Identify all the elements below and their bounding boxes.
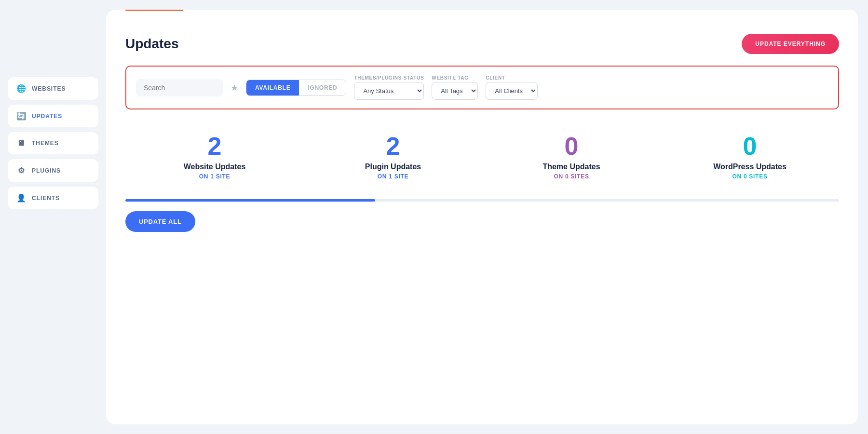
ignored-button[interactable]: IGNORED xyxy=(299,80,346,95)
globe-icon: 🌐 xyxy=(16,84,26,93)
progress-bar-container xyxy=(125,199,839,202)
sidebar-item-updates[interactable]: 🔄 UPDATES xyxy=(8,105,98,127)
status-filter-group: THEMES/PLUGINS STATUS Any Status Up to D… xyxy=(354,75,424,100)
client-filter-label: CLIENT xyxy=(486,75,538,81)
status-select[interactable]: Any Status Up to Date Needs Update xyxy=(354,82,424,100)
available-ignored-toggle: AVAILABLE IGNORED xyxy=(246,80,346,96)
sidebar-item-label: WEBSITES xyxy=(32,85,66,92)
plugin-updates-label: Plugin Updates xyxy=(313,163,473,171)
sidebar-item-themes[interactable]: 🖥 THEMES xyxy=(8,132,98,154)
theme-updates-sublabel: ON 0 SITES xyxy=(492,173,651,180)
client-select[interactable]: All Clients Client 1 Client 2 xyxy=(486,82,538,100)
update-all-button[interactable]: UPDATE ALL xyxy=(125,211,195,232)
website-updates-number: 2 xyxy=(135,134,294,159)
plugin-updates-stat: 2 Plugin Updates ON 1 SITE xyxy=(304,129,482,185)
main-content: Updates UPDATE EVERYTHING ★ AVAILABLE IG… xyxy=(106,10,858,424)
sidebar-item-clients[interactable]: 👤 CLIENTS xyxy=(8,187,98,209)
update-everything-button[interactable]: UPDATE EVERYTHING xyxy=(742,34,839,54)
clients-icon: 👤 xyxy=(16,193,26,203)
plugin-updates-sublabel: ON 1 SITE xyxy=(313,173,473,180)
sidebar: 🌐 WEBSITES 🔄 UPDATES 🖥 THEMES ⚙ PLUGINS … xyxy=(0,0,106,434)
themes-icon: 🖥 xyxy=(16,139,26,148)
page-header: Updates UPDATE EVERYTHING xyxy=(125,34,839,54)
progress-bar-fill xyxy=(125,199,375,202)
status-filter-label: THEMES/PLUGINS STATUS xyxy=(354,75,424,81)
website-updates-stat: 2 Website Updates ON 1 SITE xyxy=(125,129,304,185)
tag-filter-group: WEBSITE TAG All Tags Tag 1 Tag 2 xyxy=(432,75,478,100)
available-button[interactable]: AVAILABLE xyxy=(246,80,299,95)
theme-updates-label: Theme Updates xyxy=(492,163,651,171)
wordpress-updates-sublabel: ON 0 SITES xyxy=(670,173,829,180)
sidebar-item-label: PLUGINS xyxy=(32,167,61,174)
updates-icon: 🔄 xyxy=(16,111,26,121)
website-updates-sublabel: ON 1 SITE xyxy=(135,173,294,180)
search-input[interactable] xyxy=(136,79,223,96)
wordpress-updates-number: 0 xyxy=(670,134,829,159)
tag-select[interactable]: All Tags Tag 1 Tag 2 xyxy=(432,82,478,100)
sidebar-item-plugins[interactable]: ⚙ PLUGINS xyxy=(8,159,98,182)
theme-updates-number: 0 xyxy=(492,134,651,159)
client-filter-group: CLIENT All Clients Client 1 Client 2 xyxy=(486,75,538,100)
sidebar-item-label: THEMES xyxy=(32,140,59,147)
sidebar-item-websites[interactable]: 🌐 WEBSITES xyxy=(8,77,98,100)
tab-underline xyxy=(125,10,183,11)
filter-bar: ★ AVAILABLE IGNORED THEMES/PLUGINS STATU… xyxy=(125,66,839,109)
page-title: Updates xyxy=(125,36,178,52)
sidebar-item-label: CLIENTS xyxy=(32,195,60,202)
wordpress-updates-label: WordPress Updates xyxy=(670,163,829,171)
theme-updates-stat: 0 Theme Updates ON 0 SITES xyxy=(482,129,661,185)
website-updates-label: Website Updates xyxy=(135,163,294,171)
plugin-updates-number: 2 xyxy=(313,134,473,159)
stats-row: 2 Website Updates ON 1 SITE 2 Plugin Upd… xyxy=(125,129,839,185)
star-icon[interactable]: ★ xyxy=(231,82,238,93)
wordpress-updates-stat: 0 WordPress Updates ON 0 SITES xyxy=(661,129,839,185)
plugins-icon: ⚙ xyxy=(16,166,26,175)
tag-filter-label: WEBSITE TAG xyxy=(432,75,478,81)
sidebar-item-label: UPDATES xyxy=(32,113,62,120)
